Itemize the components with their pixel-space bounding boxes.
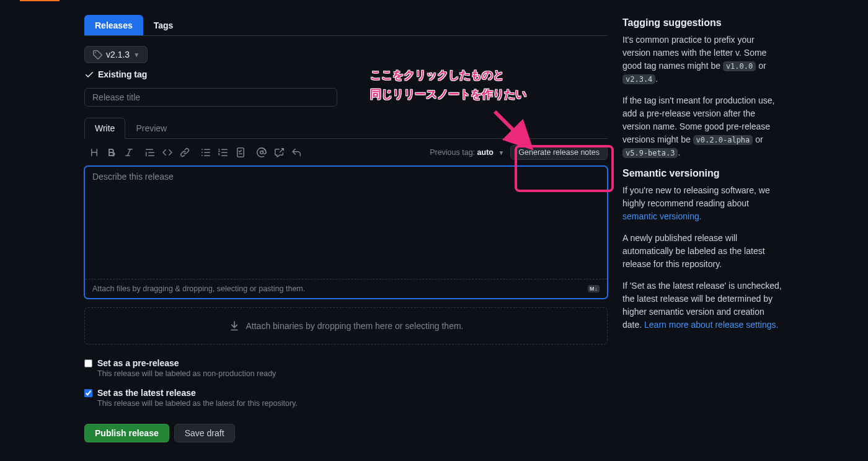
semver-link[interactable]: semantic versioning. (622, 211, 702, 221)
prerelease-sublabel: This release will be labeled as non-prod… (97, 369, 276, 378)
editor-tab-preview[interactable]: Preview (125, 118, 177, 138)
page-load-indicator (20, 0, 60, 1)
task-list-icon[interactable] (236, 147, 246, 157)
sidebar-p1: It's common practice to prefix your vers… (622, 33, 784, 86)
italic-icon[interactable] (124, 147, 134, 157)
previous-tag-label: Previous tag: (430, 148, 475, 157)
attach-files-text: Attach files by dragging & dropping, sel… (92, 284, 305, 293)
existing-tag-label: Existing tag (98, 69, 147, 79)
reply-icon[interactable] (291, 147, 301, 157)
sidebar-heading-semver: Semantic versioning (622, 168, 784, 179)
link-icon[interactable] (180, 147, 190, 157)
sidebar-p4: A newly published release will automatic… (622, 232, 784, 271)
attach-binaries-text: Attach binaries by dropping them here or… (246, 321, 464, 331)
release-settings-link[interactable]: Learn more about release settings. (644, 320, 778, 330)
previous-tag-selector[interactable]: Previous tag: auto ▼ (430, 148, 504, 157)
nav-tabs: Releases Tags (84, 15, 608, 36)
save-draft-button[interactable]: Save draft (174, 424, 235, 442)
sidebar-p3: If you're new to releasing software, we … (622, 184, 784, 223)
sidebar-p5: If 'Set as the latest release' is unchec… (622, 279, 784, 331)
latest-release-checkbox[interactable] (84, 389, 92, 397)
publish-release-button[interactable]: Publish release (84, 424, 169, 442)
attach-binaries-dropzone[interactable]: Attach binaries by dropping them here or… (84, 307, 608, 345)
unordered-list-icon[interactable] (201, 147, 211, 157)
sidebar-heading-tagging: Tagging suggestions (622, 17, 784, 29)
generate-release-notes-button[interactable]: Generate release notes (510, 145, 608, 160)
markdown-badge: M↓ (588, 285, 600, 292)
release-title-input[interactable] (84, 88, 337, 107)
mention-icon[interactable] (257, 147, 267, 157)
sidebar: Tagging suggestions It's common practice… (622, 15, 784, 442)
editor-tab-write[interactable]: Write (84, 118, 125, 139)
attach-files-bar[interactable]: Attach files by dragging & dropping, sel… (85, 279, 607, 298)
quote-icon[interactable] (145, 147, 155, 157)
tag-selector-dropdown[interactable]: v2.1.3 ▼ (84, 46, 148, 63)
latest-release-label: Set as the latest release (97, 388, 298, 398)
tag-icon (92, 50, 102, 59)
existing-tag-indicator: Existing tag (84, 69, 608, 79)
tab-releases[interactable]: Releases (84, 15, 143, 35)
prerelease-label: Set as a pre-release (97, 358, 276, 368)
check-icon (84, 69, 94, 79)
tab-tags[interactable]: Tags (143, 15, 184, 35)
editor-tabs: Write Preview (84, 118, 608, 139)
code-icon[interactable] (162, 147, 172, 157)
description-editor: Attach files by dragging & dropping, sel… (84, 166, 608, 299)
bold-icon[interactable] (107, 147, 117, 157)
prerelease-checkbox[interactable] (84, 359, 92, 367)
ordered-list-icon[interactable] (218, 147, 228, 157)
latest-release-sublabel: This release will be labeled as the late… (97, 399, 298, 408)
tag-selector-value: v2.1.3 (106, 50, 130, 59)
caret-down-icon: ▼ (498, 149, 504, 156)
heading-icon[interactable] (89, 147, 99, 157)
description-textarea[interactable] (85, 167, 607, 277)
download-arrow-icon (229, 320, 240, 331)
caret-down-icon: ▼ (133, 51, 140, 58)
sidebar-p2: If the tag isn't meant for production us… (622, 94, 784, 159)
cross-reference-icon[interactable] (274, 147, 284, 157)
previous-tag-value: auto (477, 148, 494, 157)
